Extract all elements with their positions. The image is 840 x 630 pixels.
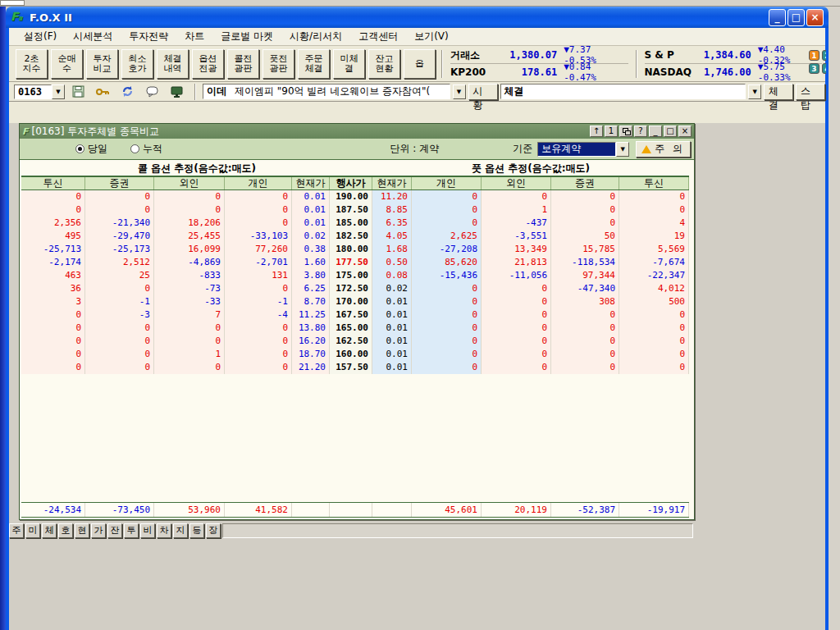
quick-tab-button[interactable]: 비 bbox=[140, 523, 155, 538]
summary-cell: -19,917 bbox=[619, 503, 689, 517]
cell: -33 bbox=[154, 295, 225, 308]
cell: 77,260 bbox=[225, 243, 292, 256]
exec-chevron-down-icon[interactable]: ▼ bbox=[748, 84, 761, 99]
toolbar-button[interactable]: 콜전 광판 bbox=[227, 49, 259, 79]
radio-daily[interactable] bbox=[75, 144, 84, 153]
quick-button[interactable]: 3 bbox=[809, 63, 819, 74]
quick-tab-button[interactable]: 지 bbox=[173, 523, 188, 538]
news-chevron-down-icon[interactable]: ▼ bbox=[453, 84, 466, 99]
summary-cell: 53,960 bbox=[154, 503, 225, 517]
cell: 0 bbox=[21, 361, 85, 374]
quick-tab-button[interactable]: 등 bbox=[189, 523, 204, 538]
key-icon[interactable] bbox=[96, 84, 110, 98]
menu-item[interactable]: 고객센터 bbox=[350, 28, 406, 45]
minimize-button[interactable]: _ bbox=[649, 126, 662, 137]
cell: 187.50 bbox=[330, 203, 372, 217]
basis-chevron-down-icon[interactable]: ▼ bbox=[616, 142, 629, 157]
summary-row: -24,534-73,45053,96041,58245,60120,119-5… bbox=[21, 502, 689, 518]
rollup-button[interactable]: ↑ bbox=[590, 126, 603, 137]
sihwang-button[interactable]: 시황 bbox=[468, 84, 498, 100]
maximize-button[interactable]: □ bbox=[788, 9, 805, 26]
menu-item[interactable]: 시황/리서치 bbox=[281, 28, 350, 45]
cell: 0 bbox=[551, 203, 619, 217]
quick-tab-button[interactable]: 가 bbox=[91, 523, 106, 538]
cell: 0 bbox=[619, 322, 689, 335]
toolbar-button[interactable]: 미체 결 bbox=[333, 49, 365, 79]
menu-item[interactable]: 글로벌 마켓 bbox=[212, 28, 281, 45]
cell: 16,099 bbox=[154, 243, 225, 256]
toolbar-button[interactable]: 옵 bbox=[404, 49, 436, 79]
menu-item[interactable]: 투자전략 bbox=[121, 28, 176, 45]
cell: 0 bbox=[85, 282, 154, 295]
titlebar[interactable]: FⅡ F.O.X II _ □ × bbox=[6, 7, 829, 28]
toolbar-button[interactable]: 순매 수 bbox=[51, 49, 83, 79]
menu-item[interactable]: 설정(F) bbox=[16, 28, 65, 45]
quick-tab-button[interactable]: 투 bbox=[124, 523, 139, 538]
close-button[interactable]: × bbox=[806, 9, 824, 26]
toolbar-button[interactable]: 2초 지수 bbox=[16, 49, 48, 79]
table-header: 투신증권외인개인현재가행사가현재가개인외인증권투신 bbox=[21, 176, 689, 190]
basis-select[interactable]: 보유계약 ▼ bbox=[537, 142, 629, 157]
news-headline: 제이엠피 "90억 빌려 네오웨이브 증자참여"( bbox=[235, 84, 430, 98]
quick-tab-button[interactable]: 주 bbox=[9, 523, 24, 538]
save-icon[interactable] bbox=[71, 84, 85, 98]
exec-button[interactable]: 체결 bbox=[764, 84, 793, 100]
table-row: 495-29,47025,455-33,1030.02182.504.052,6… bbox=[21, 230, 689, 243]
quick-tab-button[interactable]: 체 bbox=[42, 523, 57, 538]
table-row: 2,356-21,34018,20600.01185.006.350-43704 bbox=[21, 217, 689, 230]
warning-button[interactable]: 주 의 bbox=[636, 141, 691, 158]
quick-tab-button[interactable]: 현 bbox=[75, 523, 89, 538]
maximize-button[interactable]: □ bbox=[664, 126, 677, 137]
summary-cell: -24,534 bbox=[21, 503, 85, 517]
cell: -27,208 bbox=[412, 243, 482, 256]
basis-select-value[interactable]: 보유계약 bbox=[537, 142, 616, 157]
toolbar-button[interactable]: 최소 호가 bbox=[121, 49, 153, 79]
minimize-button[interactable]: _ bbox=[769, 9, 786, 26]
quick-button[interactable]: 4 bbox=[822, 63, 826, 74]
monitor-icon[interactable] bbox=[170, 84, 184, 98]
cell: 495 bbox=[21, 230, 85, 243]
stop-button[interactable]: 스탑 bbox=[796, 84, 825, 100]
quick-tab-button[interactable]: 호 bbox=[58, 523, 73, 538]
quick-tab-button[interactable]: 장 bbox=[206, 523, 221, 538]
quick-tab-button[interactable]: 차 bbox=[157, 523, 171, 538]
help-button[interactable]: ? bbox=[634, 126, 647, 137]
inner-titlebar[interactable]: F [0163] 투자주체별 종목비교 ↑1?_□× bbox=[20, 124, 694, 139]
cell: 6.35 bbox=[372, 217, 412, 230]
toolbar-button[interactable]: 투자 비교 bbox=[86, 49, 118, 79]
chat-icon[interactable] bbox=[145, 84, 159, 98]
quick-button[interactable]: 2 bbox=[822, 50, 826, 61]
summary-cell bbox=[292, 503, 330, 517]
close-button[interactable]: × bbox=[678, 126, 692, 137]
cell: 0 bbox=[21, 322, 85, 335]
radio-cumulative[interactable] bbox=[130, 144, 139, 153]
cell: 0.01 bbox=[372, 361, 412, 374]
cell: 0 bbox=[225, 335, 292, 348]
quick-tab-button[interactable]: 미 bbox=[25, 523, 40, 538]
cell: 0 bbox=[482, 190, 551, 203]
screen-code-input[interactable]: 0163 bbox=[14, 84, 52, 99]
cell: 0 bbox=[551, 348, 619, 361]
toolbar-button[interactable]: 주문 체결 bbox=[298, 49, 330, 79]
menu-item[interactable]: 차트 bbox=[176, 28, 212, 45]
cascade-button[interactable] bbox=[619, 126, 632, 137]
refresh-icon[interactable] bbox=[121, 84, 135, 98]
chevron-down-icon[interactable]: ▼ bbox=[52, 84, 65, 99]
cell: 0 bbox=[551, 217, 619, 230]
cell: 18.70 bbox=[292, 348, 330, 361]
screen-code-combo[interactable]: 0163 ▼ bbox=[14, 84, 65, 99]
cell: 0 bbox=[412, 361, 482, 374]
toolbar-button[interactable]: 옵션 전광 bbox=[192, 49, 224, 79]
column-header: 외인 bbox=[154, 177, 225, 189]
table-row: 0-37-411.25167.500.010000 bbox=[21, 308, 689, 322]
cell: -29,470 bbox=[85, 230, 154, 243]
toolbar-button[interactable]: 잔고 현황 bbox=[368, 49, 400, 79]
cell: 0 bbox=[482, 295, 551, 308]
quick-button[interactable]: 1 bbox=[809, 50, 819, 61]
quick-tab-button[interactable]: 잔 bbox=[107, 523, 122, 538]
menu-item[interactable]: 시세분석 bbox=[65, 28, 121, 45]
toolbar-button[interactable]: 풋전 광판 bbox=[262, 49, 294, 79]
menu-item[interactable]: 보기(V) bbox=[406, 28, 457, 45]
toolbar-button[interactable]: 체결 내역 bbox=[157, 49, 189, 79]
one-button[interactable]: 1 bbox=[605, 126, 618, 137]
